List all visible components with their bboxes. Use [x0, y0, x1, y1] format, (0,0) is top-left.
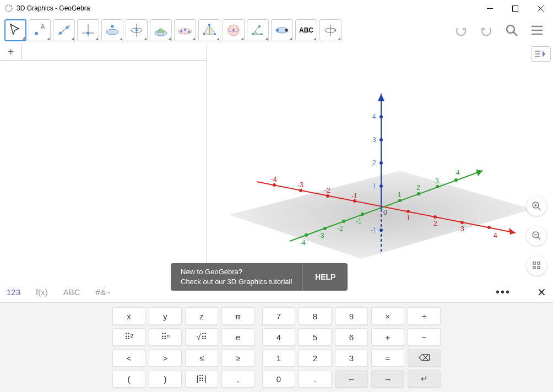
key-⌫[interactable]: ⌫: [408, 349, 441, 367]
svg-text:-4: -4: [271, 176, 277, 183]
svg-line-35: [513, 32, 517, 36]
svg-point-61: [379, 161, 383, 165]
svg-point-10: [106, 29, 118, 35]
key-e[interactable]: e: [221, 328, 254, 346]
svg-point-18: [184, 29, 186, 31]
svg-point-54: [342, 220, 345, 223]
add-row-button[interactable]: +: [0, 44, 22, 60]
point-tool-button[interactable]: A: [29, 19, 51, 41]
key-,[interactable]: ,: [221, 370, 254, 388]
key-3[interactable]: 3: [335, 349, 368, 367]
key-z[interactable]: z: [185, 307, 218, 325]
key-√⠿[interactable]: √⠿: [185, 328, 218, 346]
key-⠿ⁿ[interactable]: ⠿ⁿ: [149, 328, 182, 346]
window-minimize-button[interactable]: [477, 0, 502, 17]
svg-point-50: [460, 221, 464, 224]
key-5[interactable]: 5: [299, 328, 332, 346]
key-6[interactable]: 6: [335, 328, 368, 346]
key-8[interactable]: 8: [299, 307, 332, 325]
key-y[interactable]: y: [149, 307, 182, 325]
keyboard-tab-123[interactable]: 123: [7, 287, 20, 297]
zoom-in-button[interactable]: [527, 196, 546, 216]
polygon-tool-button[interactable]: [101, 19, 123, 41]
key-÷[interactable]: ÷: [408, 307, 441, 325]
key-0[interactable]: 0: [262, 370, 295, 388]
plane-3points-tool-button[interactable]: [174, 19, 196, 41]
window-maximize-button[interactable]: [502, 0, 528, 17]
svg-point-45: [299, 189, 302, 192]
virtual-keyboard: 123 f(x) ABC #&¬ ••• ✕ xyzπ⠿²⠿ⁿ√⠿e<>≤≥()…: [0, 282, 553, 392]
svg-point-64: [379, 228, 383, 232]
move-tool-button[interactable]: [4, 19, 26, 41]
keyboard-more-button[interactable]: •••: [496, 286, 511, 298]
undo-button[interactable]: [449, 19, 473, 42]
svg-text:A: A: [41, 23, 45, 30]
algebra-tabs: +: [0, 44, 207, 61]
keyboard-tab-fx[interactable]: f(x): [36, 287, 48, 297]
notification-help-button[interactable]: HELP: [302, 263, 348, 291]
key-+[interactable]: +: [371, 328, 404, 346]
intersect-surfaces-tool-button[interactable]: [150, 19, 172, 41]
circle-axis-tool-button[interactable]: [126, 19, 148, 41]
key-<[interactable]: <: [112, 349, 145, 367]
svg-text:1: 1: [372, 182, 376, 190]
zoom-controls: [527, 196, 546, 275]
key-≤[interactable]: ≤: [185, 349, 218, 367]
key-⠿²[interactable]: ⠿²: [112, 328, 145, 346]
key-×[interactable]: ×: [371, 307, 404, 325]
key-x[interactable]: x: [112, 307, 145, 325]
key-([interactable]: (: [112, 370, 145, 388]
keyboard-right-group: 789×÷456+−123=⌫0.←→↵: [262, 307, 441, 388]
key-→[interactable]: →: [371, 370, 404, 388]
keyboard-tab-sym[interactable]: #&¬: [96, 287, 111, 297]
sphere-tool-button[interactable]: [223, 19, 245, 41]
key-.[interactable]: .: [299, 370, 332, 388]
key-9[interactable]: 9: [335, 307, 368, 325]
svg-text:0: 0: [383, 209, 387, 216]
key-2[interactable]: 2: [299, 349, 332, 367]
svg-point-5: [59, 32, 62, 35]
svg-point-30: [276, 29, 279, 32]
pyramid-tool-button[interactable]: [198, 19, 220, 41]
reflect-tool-button[interactable]: [271, 19, 293, 41]
keyboard-left-group: xyzπ⠿²⠿ⁿ√⠿e<>≤≥()|⠿|,: [112, 307, 254, 388]
redo-button[interactable]: [475, 19, 498, 42]
perpendicular-tool-button[interactable]: [77, 19, 99, 41]
key-4[interactable]: 4: [262, 328, 295, 346]
key-←[interactable]: ←: [335, 370, 368, 388]
svg-point-21: [203, 33, 205, 35]
svg-point-60: [379, 184, 383, 188]
svg-point-51: [487, 226, 491, 229]
text-tool-button[interactable]: ABC: [295, 19, 317, 41]
zoom-out-button[interactable]: [527, 226, 546, 246]
key->[interactable]: >: [149, 349, 182, 367]
angle-tool-button[interactable]: [247, 19, 269, 41]
graphics-settings-button[interactable]: [531, 46, 551, 62]
svg-point-27: [261, 33, 263, 35]
key-−[interactable]: −: [408, 328, 441, 346]
key-=[interactable]: =: [371, 349, 404, 367]
keyboard-close-button[interactable]: ✕: [537, 286, 546, 299]
key-7[interactable]: 7: [262, 307, 295, 325]
key-)[interactable]: ): [149, 370, 182, 388]
line-tool-button[interactable]: [53, 19, 75, 41]
search-button[interactable]: [500, 19, 523, 42]
key-≥[interactable]: ≥: [221, 349, 254, 367]
key-1[interactable]: 1: [262, 349, 295, 367]
svg-point-46: [326, 194, 329, 198]
svg-point-62: [379, 138, 383, 141]
graphics-3d-view[interactable]: -4-3-2-11234 -4-3-2-11234 1234-1 0: [207, 44, 553, 282]
svg-point-9: [87, 32, 90, 35]
svg-text:2: 2: [416, 184, 420, 192]
window-close-button[interactable]: [528, 0, 553, 17]
key-|⠿|[interactable]: |⠿|: [185, 370, 218, 388]
key-↵[interactable]: ↵: [408, 370, 441, 388]
rotate-view-tool-button[interactable]: [319, 19, 341, 41]
svg-text:-2: -2: [337, 225, 343, 232]
svg-text:4: 4: [494, 232, 497, 239]
svg-text:-3: -3: [318, 232, 324, 239]
keyboard-tab-abc[interactable]: ABC: [63, 287, 80, 297]
key-π[interactable]: π: [221, 307, 254, 325]
home-view-button[interactable]: [527, 255, 546, 275]
menu-button[interactable]: [525, 19, 549, 42]
